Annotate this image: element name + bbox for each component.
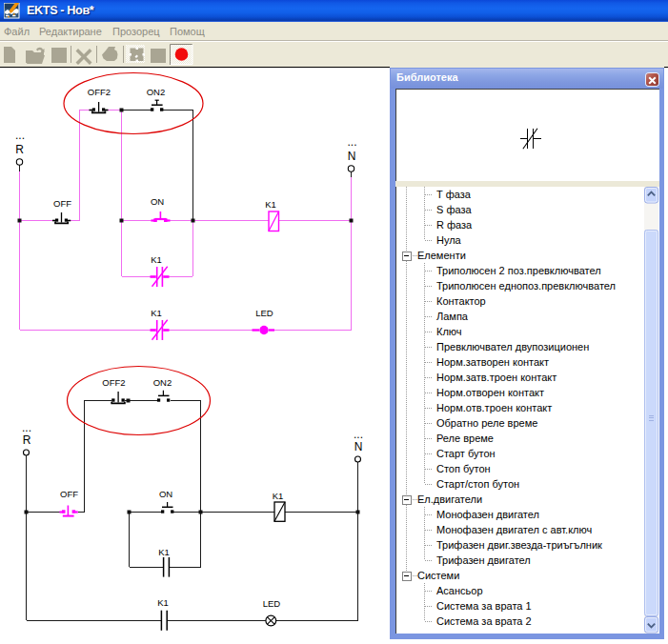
svg-text:K1: K1 <box>151 254 162 265</box>
svg-text:R: R <box>23 433 31 447</box>
svg-text:K1: K1 <box>265 199 276 210</box>
svg-text:Системи: Системи <box>417 570 459 581</box>
svg-text:Старт бутон: Старт бутон <box>436 448 496 459</box>
svg-text:OFF: OFF <box>60 489 78 499</box>
svg-text:LED: LED <box>263 598 281 609</box>
svg-text:ON: ON <box>151 196 164 207</box>
svg-text:ON: ON <box>159 489 172 499</box>
svg-text:Превключвател двупозиционен: Превключвател двупозиционен <box>436 341 589 352</box>
svg-text:K1: K1 <box>273 491 284 501</box>
svg-text:Реле време: Реле време <box>436 433 494 444</box>
svg-text:K1: K1 <box>157 597 169 608</box>
svg-text:R: R <box>15 143 24 156</box>
svg-text:N: N <box>348 150 356 163</box>
svg-text:Обратно реле време: Обратно реле време <box>436 417 537 429</box>
svg-text:Ключ: Ключ <box>436 326 462 337</box>
svg-text:Триполюсен еднопоз.превключват: Триполюсен еднопоз.превключвател <box>436 280 616 292</box>
svg-text:Т фаза: Т фаза <box>436 189 472 200</box>
svg-text:Норм.затворен контакт: Норм.затворен контакт <box>436 356 549 368</box>
svg-text:R фаза: R фаза <box>436 219 473 231</box>
svg-text:Елементи: Елементи <box>417 250 466 261</box>
svg-text:LED: LED <box>255 308 273 318</box>
svg-text:K1: K1 <box>151 308 162 318</box>
svg-text:Триполюсен 2 поз.превключвател: Триполюсен 2 поз.превключвател <box>436 265 601 276</box>
svg-text:Лампа: Лампа <box>436 311 469 322</box>
svg-text:...: ... <box>347 135 356 149</box>
svg-text:Стоп бутон: Стоп бутон <box>436 463 491 474</box>
svg-text:...: ... <box>15 129 25 142</box>
svg-text:Ел.двигатели: Ел.двигатели <box>417 493 482 505</box>
svg-text:Трифазен двиг.звезда-триъгълни: Трифазен двиг.звезда-триъгълник <box>436 539 602 551</box>
svg-text:...: ... <box>22 421 31 434</box>
svg-text:Монофазен двигател с авт.ключ: Монофазен двигател с авт.ключ <box>436 524 592 535</box>
svg-text:ON2: ON2 <box>153 377 172 388</box>
svg-text:Норм.отв.троен контакт: Норм.отв.троен контакт <box>436 402 552 413</box>
svg-text:OFF2: OFF2 <box>88 87 111 97</box>
svg-text:Норм.отворен контакт: Норм.отворен контакт <box>436 387 544 398</box>
svg-text:OFF: OFF <box>53 198 71 209</box>
svg-text:Трифазен двигател: Трифазен двигател <box>436 554 531 566</box>
svg-text:Система за врата 1: Система за врата 1 <box>436 600 532 612</box>
svg-text:Нула: Нула <box>436 234 462 246</box>
svg-text:K1: K1 <box>158 547 170 557</box>
svg-text:ON2: ON2 <box>147 87 166 97</box>
svg-text:N: N <box>354 440 363 453</box>
svg-text:Контактор: Контактор <box>436 295 486 307</box>
svg-text:Монофазен двигател: Монофазен двигател <box>436 509 539 520</box>
svg-text:Система за врата 2: Система за врата 2 <box>436 615 532 627</box>
svg-text:Старт/стоп бутон: Старт/стоп бутон <box>436 478 519 490</box>
svg-text:Асансьор: Асансьор <box>436 585 483 596</box>
svg-text:Норм.затв.троен контакт: Норм.затв.троен контакт <box>436 372 557 383</box>
svg-text:OFF2: OFF2 <box>102 377 125 388</box>
svg-text:S фаза: S фаза <box>436 204 472 215</box>
